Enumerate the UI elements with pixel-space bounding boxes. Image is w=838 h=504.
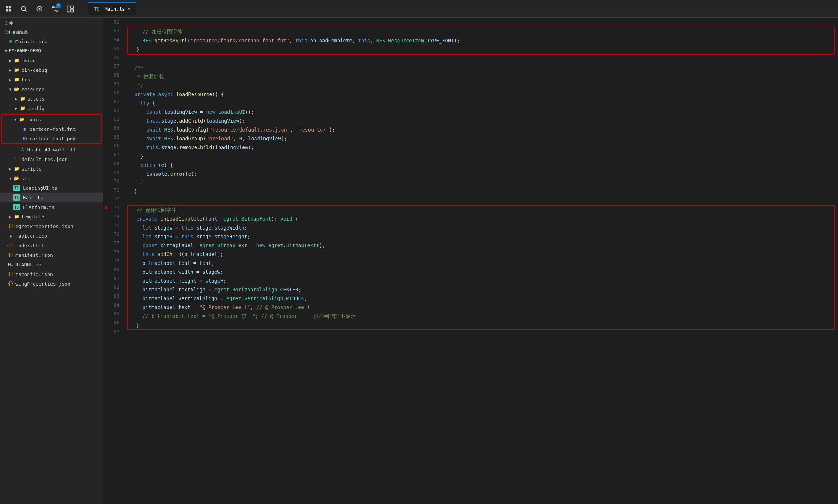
- sidebar-item-src[interactable]: ▼ 📂 src: [0, 174, 103, 183]
- svg-rect-15: [71, 6, 74, 8]
- bin-debug-label: bin-debug: [21, 67, 100, 73]
- code-line-67: }: [125, 152, 838, 161]
- platform-ts-label: Platform.ts: [23, 204, 100, 210]
- git-icon[interactable]: 1: [51, 5, 59, 13]
- sidebar-item-loading-ui[interactable]: TS LoadingUI.ts: [0, 183, 103, 193]
- opened-file-label: Main.ts src: [15, 39, 100, 44]
- sidebar-item-default-res[interactable]: {} default.res.json: [0, 154, 103, 164]
- src-label: src: [21, 176, 100, 181]
- sidebar-item-scripts[interactable]: ▶ 📁 scripts: [0, 164, 103, 174]
- default-res-label: default.res.json: [21, 157, 100, 162]
- sidebar-item-platform[interactable]: TS Platform.ts: [0, 202, 103, 212]
- config-chevron: ▶: [13, 105, 19, 111]
- ln-77: 77: [103, 239, 125, 248]
- code-line-55: }: [128, 45, 834, 54]
- code-line-54: RES.getResByUrl("resource/fonts/cartoon-…: [128, 36, 834, 45]
- svg-rect-1: [9, 6, 11, 8]
- ln-80: 80: [103, 265, 125, 274]
- code-line-60: private async loadResource() {: [125, 90, 838, 99]
- cartoon-png-label: cartoon-font.png: [29, 136, 98, 141]
- sidebar-item-main-ts[interactable]: TS Main.ts: [0, 193, 103, 202]
- sidebar-item-assets[interactable]: ▶ 📁 assets: [0, 94, 103, 104]
- code-area-wrapper[interactable]: 52 53 54 55 56 57 58 59 60 61 62 63 64 6…: [103, 18, 838, 504]
- search-icon[interactable]: [20, 5, 28, 13]
- code-line-66: this.stage.removeChild(loadingView);: [125, 143, 838, 152]
- sidebar-item-monfnt[interactable]: A MonFnt40.woff.ttf: [0, 145, 103, 154]
- code-content[interactable]: // 加载位图字体 RES.getResByUrl("resource/font…: [125, 18, 838, 504]
- monfnt-label: MonFnt40.woff.ttf: [27, 147, 100, 153]
- ln-56: 56: [103, 53, 125, 62]
- sidebar-item-libs[interactable]: ▶ 📁 libs: [0, 75, 103, 84]
- sidebar-item-template[interactable]: ▶ 📁 template: [0, 212, 103, 221]
- line-numbers: 52 53 54 55 56 57 58 59 60 61 62 63 64 6…: [103, 18, 125, 504]
- sidebar-item-readme[interactable]: M↓ README.md: [0, 260, 103, 269]
- tab-bar: TS Main.ts ×: [88, 2, 136, 15]
- code-line-86: }: [128, 321, 834, 329]
- opened-editors-label: 已打开编辑器: [0, 28, 103, 36]
- code-line-83: bitmaplabel.verticalAlign = egret.Vertic…: [128, 294, 834, 303]
- code-line-81: bitmaplabel.height = stageH;: [128, 276, 834, 285]
- sidebar-item-tsconfig[interactable]: {} tsconfig.json: [0, 269, 103, 279]
- sidebar-item-egret-props[interactable]: {} egretProperties.json: [0, 221, 103, 231]
- file-explorer-icon[interactable]: [4, 5, 13, 13]
- sidebar-item-favicon[interactable]: ◈ favicon.ico: [0, 231, 103, 241]
- sidebar-project-header[interactable]: ▼ MY-GAME-DEMO: [0, 46, 103, 56]
- ln-63: 63: [103, 115, 125, 124]
- sidebar-item-wing[interactable]: ▶ 📁 .wing: [0, 56, 103, 65]
- fonts-chevron: ▼: [13, 116, 18, 122]
- ln-59: 59: [103, 80, 125, 88]
- resource-chevron: ▼: [7, 86, 13, 92]
- fonts-label: fonts: [27, 117, 98, 122]
- layout-icon[interactable]: [66, 5, 74, 13]
- manifest-label: manifest.json: [15, 252, 100, 258]
- code-line-53: // 加载位图字体: [128, 27, 834, 36]
- ln-83: 83: [103, 292, 125, 301]
- assets-label: assets: [27, 96, 100, 102]
- sidebar-item-main-ts-opened[interactable]: ▣ Main.ts src: [0, 36, 103, 46]
- ln-68: 68: [103, 159, 125, 168]
- ln-53: 53: [103, 27, 125, 35]
- sidebar-item-fonts[interactable]: ▼ 📂 fonts: [2, 115, 101, 124]
- code-line-78: this.addChild(bitmaplabel);: [128, 250, 834, 259]
- code-line-72: [125, 196, 838, 205]
- code-line-68: catch (e) {: [125, 161, 838, 169]
- extensions-icon[interactable]: [35, 5, 43, 13]
- sidebar-item-manifest[interactable]: {} manifest.json: [0, 250, 103, 260]
- sidebar-item-index-html[interactable]: </> index.html: [0, 241, 103, 250]
- sidebar-item-bin-debug[interactable]: ▶ 📁 bin-debug: [0, 65, 103, 75]
- code-line-80: bitmaplabel.width = stageW;: [128, 267, 834, 276]
- sidebar-item-resource[interactable]: ▼ 📂 resource: [0, 84, 103, 94]
- ts-main-icon: TS: [13, 194, 20, 201]
- sidebar-item-cartoon-png[interactable]: 🖼 cartoon-font.png: [2, 134, 101, 143]
- ln-85: 85: [103, 309, 125, 318]
- sidebar-item-wing-props[interactable]: {} wingProperties.json: [0, 279, 103, 288]
- favicon-label: favicon.ico: [15, 233, 100, 239]
- svg-rect-0: [6, 6, 8, 8]
- json-manifest-icon: {}: [7, 252, 14, 258]
- libs-chevron: ▶: [7, 77, 13, 83]
- sidebar-item-cartoon-fnt[interactable]: ◧ cartoon-font.fnt: [2, 124, 101, 134]
- md-icon: M↓: [7, 261, 14, 268]
- ln-54: 54: [103, 35, 125, 44]
- ln-67: 67: [103, 150, 125, 159]
- ln-71: 71: [103, 186, 125, 195]
- code-line-76: let stageH = this.stage.stageHeight;: [128, 232, 834, 241]
- code-line-84: bitmaplabel.text = "@ Prosper Lee !"; //…: [128, 303, 834, 312]
- code-line-71: }: [125, 187, 838, 196]
- tab-main-ts[interactable]: TS Main.ts ×: [88, 2, 136, 15]
- code-line-70: }: [125, 178, 838, 187]
- ln-60: 60: [103, 88, 125, 97]
- ts-loading-icon: TS: [13, 185, 20, 191]
- html-icon: </>: [7, 242, 14, 249]
- ln-82: 82: [103, 283, 125, 292]
- json-wing-icon: {}: [7, 280, 14, 287]
- sidebar-item-config[interactable]: ▶ 📁 config: [0, 104, 103, 113]
- ln-72: 72: [103, 195, 125, 203]
- project-name: MY-GAME-DEMO: [9, 48, 100, 53]
- code-line-64: await RES.loadConfig("resource/default.r…: [125, 125, 838, 134]
- code-line-65: await RES.loadGroup("preload", 0, loadin…: [125, 134, 838, 143]
- wing-chevron: ▶: [7, 57, 13, 63]
- scripts-chevron: ▶: [7, 166, 13, 172]
- tab-close-button[interactable]: ×: [128, 7, 130, 12]
- wing-props-label: wingProperties.json: [15, 281, 100, 287]
